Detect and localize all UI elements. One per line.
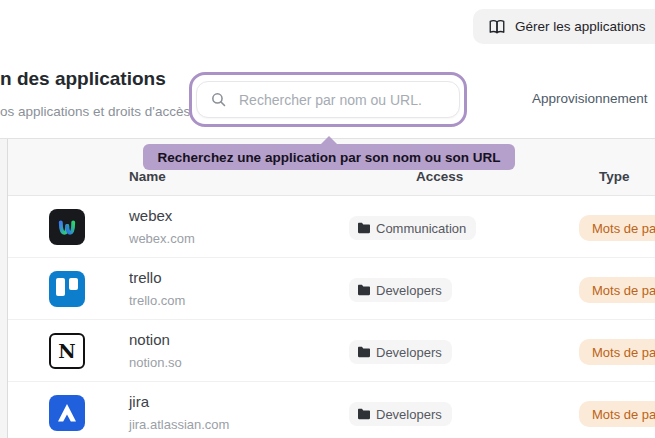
- folder-icon: [357, 408, 371, 420]
- app-name: jira: [129, 393, 229, 411]
- notion-app-icon: N: [49, 333, 85, 369]
- trello-app-icon: [49, 271, 85, 307]
- access-badge: Communication: [349, 216, 476, 240]
- type-badge: Mots de passe: [579, 339, 655, 365]
- open-book-icon: [488, 18, 506, 36]
- type-badge: Mots de passe: [579, 277, 655, 303]
- type-badge: Mots de passe: [579, 215, 655, 241]
- app-url: jira.atlassian.com: [129, 417, 229, 433]
- manage-applications-label: Gérer les applications: [515, 19, 646, 34]
- manage-applications-button[interactable]: Gérer les applications: [473, 9, 655, 44]
- tab-approvisionnement[interactable]: Approvisionnement: [532, 91, 648, 106]
- table-row[interactable]: N notion notion.so Developers Mots de pa…: [8, 320, 655, 382]
- access-label: Developers: [376, 283, 442, 298]
- access-label: Developers: [376, 407, 442, 422]
- column-header-access: Access: [416, 169, 463, 184]
- type-label: Mots de passe: [592, 345, 655, 360]
- app-url: notion.so: [129, 355, 182, 371]
- search-input[interactable]: [237, 91, 449, 109]
- app-name-cell: notion notion.so: [129, 331, 182, 371]
- app-url: trello.com: [129, 293, 185, 309]
- type-badge: Mots de passe: [579, 401, 655, 427]
- access-badge: Developers: [349, 402, 452, 426]
- table-row[interactable]: webex webex.com Communication Mots de pa…: [8, 196, 655, 258]
- search-box[interactable]: [196, 81, 460, 118]
- app-name-cell: webex webex.com: [129, 207, 195, 247]
- magnifier-icon: [210, 91, 237, 108]
- app-name: webex: [129, 207, 195, 225]
- type-label: Mots de passe: [592, 407, 655, 422]
- folder-icon: [357, 222, 371, 234]
- type-label: Mots de passe: [592, 221, 655, 236]
- column-header-type: Type: [599, 169, 630, 184]
- access-label: Communication: [376, 221, 466, 236]
- webex-app-icon: [49, 209, 85, 245]
- applications-table: Name Access Type webex webex.com: [7, 139, 655, 438]
- folder-icon: [357, 346, 371, 358]
- notion-letter: N: [58, 342, 75, 361]
- access-label: Developers: [376, 345, 442, 360]
- app-url: webex.com: [129, 231, 195, 247]
- folder-icon: [357, 284, 371, 296]
- app-name: trello: [129, 269, 185, 287]
- app-name: notion: [129, 331, 182, 349]
- table-row[interactable]: jira jira.atlassian.com Developers Mots …: [8, 382, 655, 438]
- table-left-margin: [0, 139, 7, 438]
- column-header-name: Name: [129, 169, 166, 184]
- table-row[interactable]: trello trello.com Developers Mots de pas…: [8, 258, 655, 320]
- search-tooltip: Recherchez une application par son nom o…: [143, 144, 515, 170]
- access-badge: Developers: [349, 278, 452, 302]
- app-name-cell: jira jira.atlassian.com: [129, 393, 229, 433]
- type-label: Mots de passe: [592, 283, 655, 298]
- page-title: n des applications: [0, 68, 166, 90]
- jira-app-icon: [49, 395, 85, 431]
- app-name-cell: trello trello.com: [129, 269, 185, 309]
- access-badge: Developers: [349, 340, 452, 364]
- page-subtitle: os applications et droits d'accès: [0, 104, 190, 119]
